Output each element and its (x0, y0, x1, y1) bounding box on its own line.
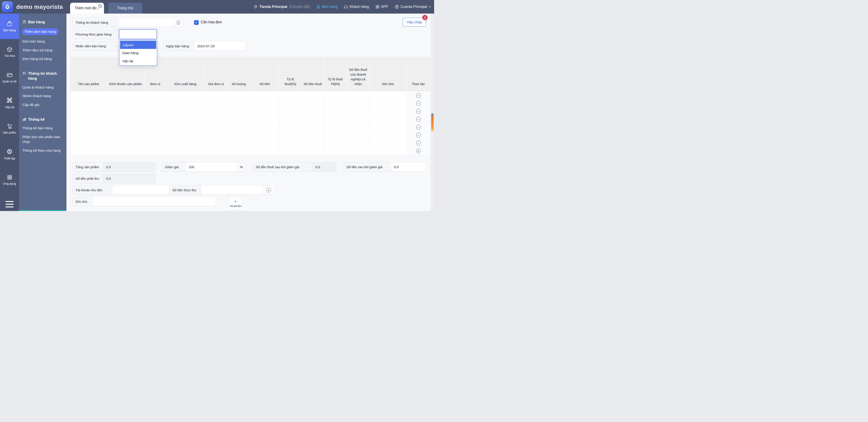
add-customer-button[interactable]: + (174, 18, 183, 27)
store-switch-link[interactable]: [Chuyển đổi] (289, 5, 310, 9)
rail-item-ton-kho[interactable]: Tồn kho (0, 39, 19, 65)
cell (302, 123, 324, 131)
page-scrollbar[interactable] (431, 13, 434, 211)
draft-count-badge: 2 (422, 15, 428, 20)
remove-row-icon[interactable]: − (416, 109, 421, 114)
sale-date-label: Ngày bán hàng (163, 41, 194, 51)
cell (324, 147, 347, 155)
cell (370, 139, 406, 147)
note-input[interactable] (93, 197, 216, 206)
headset-icon (344, 5, 348, 9)
rail-item-thiet-lap[interactable]: ⚙ Thiết lập (0, 141, 19, 167)
tab-trang-chu[interactable]: Trang chủ (108, 3, 143, 13)
cell (227, 100, 251, 107)
sidebar-item-phan-tich-san-pham[interactable]: Phân tích sản phẩm bán chạy (22, 135, 63, 144)
cell (279, 123, 302, 131)
account-menu[interactable]: Cuenta Principal ▾ (395, 4, 431, 9)
menu-toggle[interactable] (0, 201, 19, 207)
rail-item-ung-dung[interactable]: Ứng dụng (0, 167, 19, 193)
cell (370, 91, 406, 100)
dropdown-option-van-tai[interactable]: Vận tải (120, 57, 157, 65)
total-products-value: 0.0 (103, 162, 155, 171)
discount-input[interactable]: 100 (186, 162, 237, 171)
total-products-label: Tổng sản phẩm (72, 162, 103, 171)
amount-due-group: Số tiền phải thu 0.0 (72, 174, 156, 183)
cell (227, 91, 251, 100)
dropdown-option-giao-hang[interactable]: Giao hàng (120, 49, 157, 57)
tab-label: Thêm mới đơ... (74, 6, 99, 10)
customer-info-input[interactable] (119, 18, 174, 27)
sidebar-item-them-don-tra-hang[interactable]: Thêm đơn trả hàng (22, 48, 63, 53)
sidebar-item-quan-ly-khach-hang[interactable]: Quản lý khách hàng (22, 85, 63, 90)
cell (227, 115, 251, 123)
delivery-method-input[interactable] (119, 29, 157, 39)
sidebar-item-nhom-khach-hang[interactable]: Nhóm khách hàng (22, 93, 63, 99)
tax-after-discount-label: Số tiền thuế sau khi giảm giá (253, 162, 312, 171)
discount-group: Giảm giá 100 % (162, 162, 246, 172)
image-upload-box[interactable]: + Tải ảnh lên (228, 196, 243, 210)
col-ty-le-thue: Tỷ lệ thuế(%) (279, 57, 302, 91)
cell (370, 107, 406, 115)
remove-row-icon[interactable]: − (416, 141, 421, 145)
payment-account-input[interactable] (112, 186, 169, 195)
remove-row-icon[interactable]: − (416, 101, 421, 106)
cell (205, 115, 227, 123)
pos-terminal-icon (316, 5, 320, 9)
sale-date-input[interactable]: 2024-07-28 (194, 41, 246, 51)
col-ty-le-thue-tn: Tỷ lệ thuế TN(%) (324, 57, 347, 91)
sidebar-item-them-don-ban-hang[interactable]: Thêm đơn bán hàng (22, 28, 63, 35)
dropdown-option-lay[interactable]: Lấyเอง (120, 41, 156, 49)
cell (324, 107, 347, 115)
user-circle-icon (395, 4, 399, 9)
cell (302, 147, 324, 155)
cell (227, 131, 251, 139)
nav-ban-hang[interactable]: Bán hàng (316, 5, 338, 9)
col-so-tien: Số tiền (251, 57, 279, 91)
remove-row-icon[interactable]: − (416, 93, 421, 98)
note-label: Ghi chú (72, 197, 93, 206)
plus-icon: + (235, 199, 237, 204)
need-invoice-checkbox[interactable]: ✓ (194, 20, 199, 25)
rail-item-ban-hang[interactable]: Bán hàng (0, 13, 19, 39)
sidebar-item-cap-do-gia[interactable]: Cấp độ giá (22, 102, 63, 107)
sidebar-item-thong-ke-ban-hang[interactable]: Thống kê bán hàng (22, 125, 63, 131)
sidebar-item-don-hang-tra-hang[interactable]: Đơn hàng trả hàng (22, 56, 63, 61)
upload-label: Tải ảnh lên (230, 205, 242, 207)
tab-them-moi-don[interactable]: Thêm mới đơ... × (70, 3, 104, 13)
plus-circle-icon: + (177, 20, 180, 25)
row-action-cell: − (406, 131, 430, 139)
col-so-luong: Số lượng (227, 57, 251, 91)
sidebar-item-thong-ke-cua-hang[interactable]: Thống kê theo cửa hàng (22, 148, 63, 153)
scrollbar-thumb[interactable] (431, 113, 434, 131)
note-group: Ghi chú (72, 197, 216, 206)
rail-item-tiep-thi[interactable]: ⌘ Tiếp thị (0, 90, 19, 116)
cell (324, 115, 347, 123)
col-so-tien-thue: Số tiền thuế (302, 57, 324, 91)
remove-row-icon[interactable]: − (416, 133, 421, 137)
sidebar-item-don-ban-hang[interactable]: Đơn bán hàng (22, 39, 63, 44)
cell (279, 131, 302, 139)
rail-item-san-pham[interactable]: Sản phẩm (0, 116, 19, 141)
cell (279, 139, 302, 147)
store-selector[interactable]: Tienda Principal [Chuyển đổi] (254, 5, 310, 9)
group-title: Thống kê (28, 117, 44, 122)
cube-icon (6, 47, 13, 53)
cell (205, 91, 227, 100)
nav-app[interactable]: APP (375, 5, 388, 9)
cell (145, 147, 166, 155)
add-payment-button[interactable]: + (262, 186, 275, 195)
cell (71, 115, 107, 123)
nav-khach-hang[interactable]: Khách hàng (344, 5, 369, 9)
discount-percent-suffix: % (237, 162, 246, 171)
rail-label: Tồn kho (4, 54, 15, 57)
cell (107, 147, 145, 155)
amount-after-discount-input[interactable]: 0.0 (391, 162, 426, 171)
rail-item-quan-ly-tai[interactable]: Quản lý tài (0, 65, 19, 90)
add-row-icon[interactable]: + (416, 148, 421, 153)
command-icon: ⌘ (6, 97, 13, 104)
amount-received-input[interactable] (201, 186, 262, 195)
cell (71, 100, 107, 107)
remove-row-icon[interactable]: − (416, 117, 421, 121)
tab-close-icon[interactable]: × (98, 4, 102, 8)
remove-row-icon[interactable]: − (416, 125, 421, 130)
